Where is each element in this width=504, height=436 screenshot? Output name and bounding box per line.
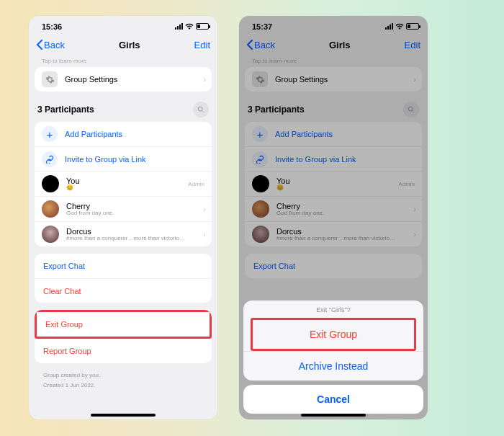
participant-name: Dorcus	[276, 227, 395, 236]
sheet-cancel-button[interactable]: Cancel	[243, 385, 423, 414]
participant-row-you[interactable]: You 😊 Admin	[35, 171, 212, 196]
footer-line1: Group created by you.	[35, 370, 212, 381]
chevron-left-icon	[246, 40, 253, 50]
hint-text: Tap to learn more	[245, 56, 422, 67]
participants-title: 3 Participants	[37, 104, 94, 115]
chevron-left-icon	[36, 40, 42, 50]
action-sheet-body: Exit "Girls"? Exit Group Archive Instead	[243, 301, 423, 381]
avatar	[252, 200, 269, 218]
export-chat-button[interactable]: Export Chat	[245, 254, 422, 278]
plus-icon: +	[252, 126, 268, 142]
action-sheet: Exit "Girls"? Exit Group Archive Instead…	[239, 301, 428, 419]
link-icon	[42, 151, 58, 167]
link-icon	[252, 151, 268, 167]
gear-icon	[42, 71, 58, 87]
back-label: Back	[254, 40, 275, 50]
content-scroll[interactable]: Tap to learn more Group Settings › 3 Par…	[29, 56, 217, 419]
footer-line2: Created 1 Jun 2022.	[35, 381, 212, 391]
svg-line-1	[202, 110, 204, 112]
screen-group-info: 15:36 Back Girls Edit Tap to learn more …	[29, 16, 217, 419]
avatar	[42, 200, 59, 218]
svg-point-2	[408, 107, 413, 111]
report-group-button[interactable]: Report Group	[35, 339, 212, 363]
sheet-exit-group-button[interactable]: Exit Group	[253, 320, 414, 349]
participants-header: 3 Participants	[35, 99, 212, 122]
chevron-right-icon: ›	[413, 205, 416, 213]
participant-status: 😊	[66, 185, 80, 192]
invite-link-label: Invite to Group via Link	[65, 155, 146, 164]
participant-name: You	[276, 177, 290, 185]
status-bar: 15:37	[239, 16, 428, 33]
back-button[interactable]: Back	[36, 40, 65, 50]
danger-actions-card: Exit Group Report Group	[35, 310, 212, 363]
battery-icon	[406, 23, 419, 30]
edit-button[interactable]: Edit	[194, 40, 210, 50]
participant-status: #more than a conquerer…more than victori…	[276, 236, 395, 242]
group-settings-card: Group Settings ›	[35, 67, 212, 92]
nav-bar: Back Girls Edit	[29, 33, 217, 56]
participant-row-cherry[interactable]: Cherry God from day one. ›	[35, 196, 212, 221]
edit-button[interactable]: Edit	[405, 40, 420, 50]
avatar	[42, 175, 59, 192]
sheet-title: Exit "Girls"?	[243, 301, 423, 318]
gear-icon	[252, 71, 268, 87]
avatar	[42, 226, 59, 243]
participant-row-you[interactable]: You 😊 Admin	[245, 171, 422, 196]
participant-name: Dorcus	[66, 227, 185, 236]
cellular-icon	[385, 23, 393, 30]
export-chat-button[interactable]: Export Chat	[35, 254, 212, 278]
avatar	[252, 175, 269, 192]
status-time: 15:37	[252, 22, 272, 31]
search-icon	[197, 106, 204, 113]
participant-name: Cherry	[276, 202, 324, 210]
svg-point-0	[198, 107, 202, 111]
avatar	[252, 226, 269, 243]
search-icon	[408, 106, 415, 113]
home-indicator[interactable]	[91, 414, 156, 417]
invite-link-row[interactable]: Invite to Group via Link	[245, 146, 422, 171]
exit-group-button[interactable]: Exit Group	[37, 312, 210, 337]
sheet-archive-button[interactable]: Archive Instead	[243, 351, 423, 381]
invite-link-row[interactable]: Invite to Group via Link	[35, 146, 212, 171]
screen-exit-confirm: 15:37 Back Girls Edit Tap to learn more …	[239, 16, 428, 419]
add-participants-row[interactable]: + Add Participants	[245, 122, 422, 146]
participant-name: Cherry	[66, 202, 114, 210]
wifi-icon	[185, 22, 194, 31]
participant-row-cherry[interactable]: Cherry God from day one. ›	[245, 196, 422, 221]
chevron-right-icon: ›	[203, 75, 206, 84]
clear-chat-button[interactable]: Clear Chat	[35, 278, 212, 303]
participant-status: God from day one.	[66, 210, 114, 217]
group-settings-row[interactable]: Group Settings ›	[245, 67, 422, 92]
status-indicators	[175, 22, 209, 31]
participants-header: 3 Participants	[245, 99, 422, 122]
hint-text: Tap to learn more	[35, 56, 212, 67]
admin-badge: Admin	[188, 181, 204, 187]
home-indicator[interactable]	[301, 414, 366, 417]
chevron-right-icon: ›	[203, 230, 206, 239]
highlight-annotation: Exit Group	[35, 310, 212, 339]
status-bar: 15:36	[29, 16, 217, 33]
group-settings-card: Group Settings ›	[245, 67, 422, 92]
chevron-right-icon: ›	[413, 230, 416, 239]
group-settings-row[interactable]: Group Settings ›	[35, 67, 212, 92]
nav-title: Girls	[329, 40, 351, 50]
participant-row-dorcus[interactable]: Dorcus #more than a conquerer…more than …	[35, 221, 212, 246]
participants-title: 3 Participants	[248, 104, 305, 115]
add-participants-row[interactable]: + Add Participants	[35, 122, 212, 146]
participant-row-dorcus[interactable]: Dorcus #more than a conquerer…more than …	[245, 221, 422, 246]
search-button[interactable]	[193, 102, 209, 117]
group-settings-label: Group Settings	[65, 75, 117, 84]
back-label: Back	[44, 40, 65, 50]
chevron-right-icon: ›	[203, 205, 206, 213]
admin-badge: Admin	[398, 181, 415, 187]
participant-status: 😊	[276, 185, 290, 192]
participants-card: + Add Participants Invite to Group via L…	[245, 122, 422, 246]
chevron-right-icon: ›	[413, 75, 416, 84]
participant-status: #more than a conquerer…more than victori…	[66, 236, 185, 242]
back-button[interactable]: Back	[246, 40, 275, 50]
search-button[interactable]	[403, 102, 419, 117]
wifi-icon	[395, 22, 404, 31]
svg-line-3	[412, 110, 414, 112]
plus-icon: +	[42, 126, 58, 142]
cellular-icon	[175, 23, 183, 30]
